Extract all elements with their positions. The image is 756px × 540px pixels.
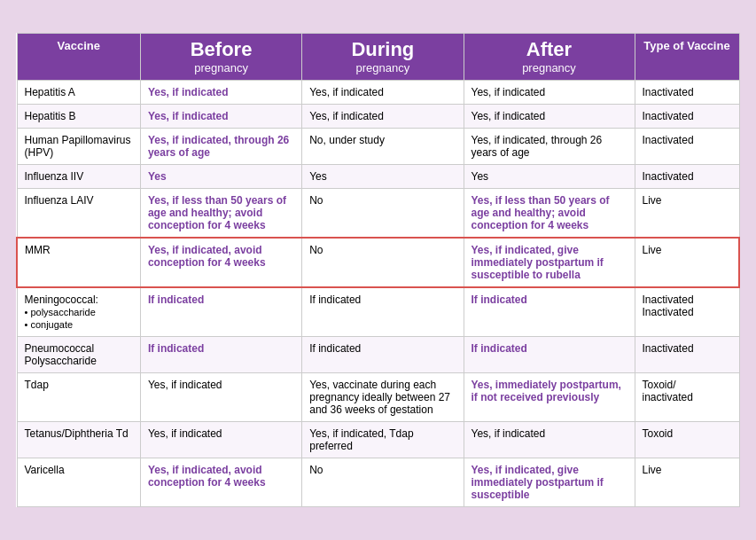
- during-value: Yes: [309, 170, 327, 183]
- after-value: If indicated: [472, 293, 527, 306]
- during-cell: Yes, vaccinate during each pregnancy ide…: [302, 372, 464, 421]
- vaccine-sub-item: • polysaccharide: [25, 307, 96, 317]
- before-value: Yes, if indicated: [148, 427, 222, 440]
- after-cell: Yes: [464, 164, 635, 188]
- after-value: Yes, if indicated, through 26 years of a…: [472, 134, 603, 159]
- after-value: Yes: [472, 170, 489, 183]
- table-row: TdapYes, if indicatedYes, vaccinate duri…: [17, 372, 739, 421]
- vaccine-name: MMR: [25, 244, 51, 256]
- after-cell: Yes, if indicated, give immediately post…: [464, 238, 635, 287]
- after-value: Yes, if indicated: [472, 86, 546, 98]
- during-cell: Yes, if indicated: [302, 104, 464, 128]
- type-header: Type of Vaccine: [635, 34, 739, 80]
- during-cell: Yes, if indicated, Tdap preferred: [302, 421, 464, 458]
- after-cell: Yes, if indicated: [464, 104, 635, 128]
- table-row: Hepatitis AYes, if indicatedYes, if indi…: [17, 80, 739, 104]
- after-cell: If indicated: [464, 287, 635, 337]
- type-value: Inactivated: [643, 293, 694, 306]
- vaccine-name-cell: Human Papillomavirus (HPV): [17, 128, 140, 164]
- type-cell: Toxoid: [635, 421, 739, 458]
- before-cell: Yes, if indicated: [140, 372, 301, 421]
- after-value: If indicated: [472, 342, 527, 355]
- after-header: After pregnancy: [464, 34, 635, 80]
- after-value: Yes, immediately postpartum, if not rece…: [472, 379, 621, 403]
- vaccine-name-cell: Hepatitis A: [17, 80, 140, 104]
- during-value: No: [309, 244, 323, 256]
- type-value: inactivated: [643, 391, 693, 403]
- type-cell: Inactivated: [635, 336, 739, 372]
- before-value: Yes, if less than 50 years of age and he…: [148, 194, 286, 231]
- after-cell: Yes, if indicated, through 26 years of a…: [464, 128, 635, 164]
- during-value: Yes, if indicated, Tdap preferred: [309, 427, 413, 452]
- after-cell: Yes, if less than 50 years of age and he…: [464, 188, 635, 238]
- after-value: Yes, if indicated: [472, 427, 546, 440]
- before-cell: Yes, if indicated, through 26 years of a…: [140, 128, 301, 164]
- type-value: Live: [643, 244, 662, 256]
- during-value: If indicated: [309, 342, 361, 355]
- table-row: MMRYes, if indicated, avoid conception f…: [17, 238, 739, 287]
- during-cell: No: [302, 238, 464, 287]
- type-cell: Live: [635, 458, 739, 506]
- table-row: Meningococcal:• polysaccharide• conjugat…: [17, 287, 739, 337]
- type-cell: Toxoid/inactivated: [635, 372, 739, 421]
- before-cell: Yes, if indicated, avoid conception for …: [140, 458, 301, 506]
- type-value: Inactivated: [643, 342, 694, 355]
- before-value: Yes: [148, 170, 167, 183]
- during-header: During pregnancy: [302, 34, 464, 80]
- vaccine-name-cell: Tetanus/Diphtheria Td: [17, 421, 140, 458]
- during-cell: No: [302, 458, 464, 506]
- type-cell: Inactivated: [635, 80, 739, 104]
- during-cell: No, under study: [302, 128, 464, 164]
- table-row: Pneumococcal PolysaccharideIf indicatedI…: [17, 336, 739, 372]
- type-value: Inactivated: [643, 86, 694, 98]
- vaccine-name: Hepatitis A: [25, 86, 75, 98]
- type-value: Inactivated: [643, 170, 694, 183]
- before-header: Before pregnancy: [140, 34, 301, 80]
- vaccine-name-cell: Meningococcal:• polysaccharide• conjugat…: [17, 287, 140, 337]
- vaccine-name: Pneumococcal Polysaccharide: [25, 342, 97, 367]
- during-value: No, under study: [309, 134, 385, 146]
- type-cell: Live: [635, 238, 739, 287]
- before-cell: Yes, if indicated, avoid conception for …: [140, 238, 301, 287]
- after-value: Yes, if indicated, give immediately post…: [472, 464, 604, 501]
- after-value: Yes, if indicated: [472, 110, 546, 122]
- type-value: Live: [643, 464, 662, 476]
- before-value: Yes, if indicated: [148, 86, 229, 98]
- page-container: Vaccine Before pregnancy During pregnanc…: [9, 26, 747, 513]
- type-cell: InactivatedInactivated: [635, 287, 739, 337]
- before-cell: Yes, if indicated: [140, 104, 301, 128]
- table-row: Influenza LAIVYes, if less than 50 years…: [17, 188, 739, 238]
- before-value: Yes, if indicated: [148, 110, 229, 122]
- before-cell: Yes, if less than 50 years of age and he…: [140, 188, 301, 238]
- vaccine-name-cell: Influenza LAIV: [17, 188, 140, 238]
- table-row: Hepatitis BYes, if indicatedYes, if indi…: [17, 104, 739, 128]
- during-cell: No: [302, 188, 464, 238]
- after-cell: Yes, if indicated, give immediately post…: [464, 458, 635, 506]
- vaccine-name: Tdap: [25, 379, 49, 391]
- vaccine-sub-item: • conjugate: [25, 319, 74, 330]
- before-cell: Yes: [140, 164, 301, 188]
- vaccine-name-cell: MMR: [17, 238, 140, 287]
- vaccine-name-cell: Tdap: [17, 372, 140, 421]
- before-value: Yes, if indicated, avoid conception for …: [148, 464, 266, 489]
- table-row: Human Papillomavirus (HPV)Yes, if indica…: [17, 128, 739, 164]
- type-cell: Inactivated: [635, 164, 739, 188]
- vaccine-name-cell: Varicella: [17, 458, 140, 506]
- before-value: If indicated: [148, 293, 204, 306]
- after-cell: Yes, if indicated: [464, 421, 635, 458]
- after-cell: Yes, immediately postpartum, if not rece…: [464, 372, 635, 421]
- before-cell: If indicated: [140, 336, 301, 372]
- vaccine-name: Influenza IIV: [25, 170, 84, 183]
- type-value: Inactivated: [643, 306, 694, 318]
- vaccine-table: Vaccine Before pregnancy During pregnanc…: [16, 33, 740, 506]
- during-value: Yes, vaccinate during each pregnancy ide…: [309, 379, 450, 416]
- vaccine-name-cell: Hepatitis B: [17, 104, 140, 128]
- type-value: Toxoid/: [643, 379, 676, 391]
- vaccine-name: Influenza LAIV: [25, 194, 94, 207]
- type-cell: Inactivated: [635, 104, 739, 128]
- type-cell: Live: [635, 188, 739, 238]
- before-value: Yes, if indicated, through 26 years of a…: [148, 134, 289, 159]
- type-value: Inactivated: [643, 134, 694, 146]
- vaccine-header: Vaccine: [17, 34, 140, 80]
- during-cell: Yes, if indicated: [302, 80, 464, 104]
